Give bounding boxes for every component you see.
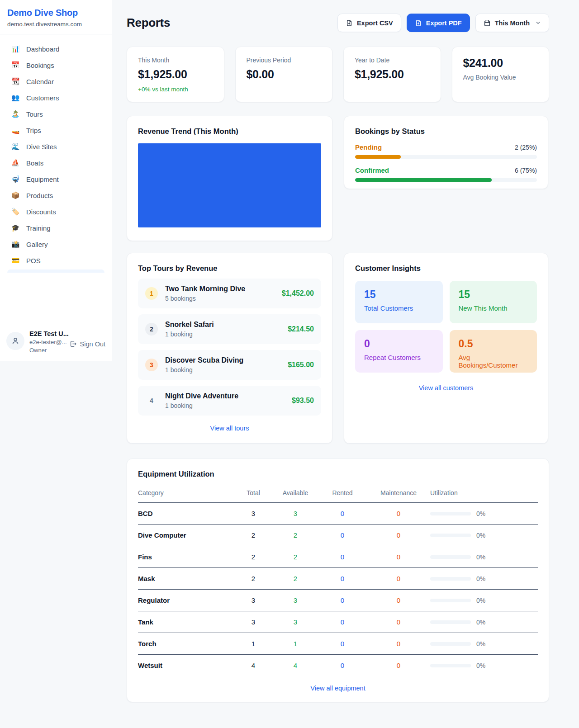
insight-label: New This Month bbox=[459, 304, 528, 312]
utilization-bar bbox=[430, 642, 471, 646]
sidebar-item-training[interactable]: 🎓 Training bbox=[4, 220, 108, 236]
boats-icon: ⛵ bbox=[11, 159, 20, 167]
sidebar-item-bookings[interactable]: 📅 Bookings bbox=[4, 57, 108, 73]
tour-revenue: $165.00 bbox=[288, 361, 314, 369]
sidebar-item-label: Boats bbox=[26, 159, 43, 167]
insight-label: Total Customers bbox=[364, 304, 434, 312]
sidebar-item-products[interactable]: 📦 Products bbox=[4, 187, 108, 203]
utilization-bar bbox=[430, 577, 471, 581]
col-total: Total bbox=[234, 486, 273, 503]
table-row: Regulator 3 3 0 0 0% bbox=[138, 590, 538, 611]
bookings-by-status-title: Bookings by Status bbox=[355, 127, 537, 136]
sidebar-item-label: POS bbox=[26, 257, 41, 265]
equipment-utilization-card: Equipment Utilization Category Total Ava… bbox=[127, 459, 549, 702]
utilization-percent: 0% bbox=[476, 575, 485, 582]
tour-row: 1 Two Tank Morning Dive 5 bookings $1,45… bbox=[138, 279, 321, 308]
export-pdf-button[interactable]: Export PDF bbox=[407, 14, 470, 32]
stat-label: Year to Date bbox=[355, 57, 430, 64]
sidebar-item-reports-partial[interactable] bbox=[7, 269, 104, 273]
stat-value: $1,925.00 bbox=[138, 68, 213, 81]
table-header-row: Category Total Available Rented Maintena… bbox=[138, 486, 538, 503]
tour-row: 3 Discover Scuba Diving 1 booking $165.0… bbox=[138, 350, 321, 380]
sidebar-item-boats[interactable]: ⛵ Boats bbox=[4, 155, 108, 171]
sign-out-label: Sign Out bbox=[80, 340, 105, 348]
sidebar-item-label: Gallery bbox=[26, 241, 48, 248]
header-actions: Export CSV Export PDF This Month bbox=[337, 14, 549, 32]
insight-label: Repeat Customers bbox=[364, 354, 434, 361]
sidebar-item-customers[interactable]: 👥 Customers bbox=[4, 90, 108, 106]
cell-total: 2 bbox=[234, 568, 273, 590]
tour-bookings: 1 booking bbox=[165, 366, 280, 373]
cell-rented: 0 bbox=[318, 590, 367, 611]
view-all-tours-link[interactable]: View all tours bbox=[138, 425, 321, 432]
bookings-by-status-card: Bookings by Status Pending 2 (25%) Confi… bbox=[344, 116, 548, 189]
sidebar-item-discounts[interactable]: 🏷️ Discounts bbox=[4, 203, 108, 220]
sidebar: Demo Dive Shop demo.test.divestreams.com… bbox=[0, 0, 112, 361]
utilization-percent: 0% bbox=[476, 597, 485, 604]
utilization-bar bbox=[430, 664, 471, 667]
sign-out-button[interactable]: Sign Out bbox=[69, 340, 105, 348]
sidebar-item-pos[interactable]: 💳 POS bbox=[4, 252, 108, 269]
training-icon: 🎓 bbox=[11, 224, 20, 232]
insight-value: 0.5 bbox=[459, 338, 528, 350]
export-pdf-label: Export PDF bbox=[426, 19, 462, 27]
stat-delta: +0% vs last month bbox=[138, 86, 213, 93]
sidebar-item-gallery[interactable]: 📸 Gallery bbox=[4, 236, 108, 252]
table-row: Torch 1 1 0 0 0% bbox=[138, 633, 538, 655]
cell-total: 2 bbox=[234, 525, 273, 546]
sidebar-item-label: Dive Sites bbox=[26, 143, 57, 151]
tour-revenue: $93.50 bbox=[292, 397, 314, 405]
utilization-bar bbox=[430, 620, 471, 624]
utilization-percent: 0% bbox=[476, 640, 485, 648]
status-row-pending: Pending 2 (25%) bbox=[355, 143, 537, 159]
stat-card-year-to-date: Year to Date $1,925.00 bbox=[343, 47, 441, 102]
insight-value: 15 bbox=[459, 288, 528, 301]
main-content: Reports Export CSV Export PDF This Month bbox=[112, 0, 579, 713]
table-row: Fins 2 2 0 0 0% bbox=[138, 546, 538, 568]
sidebar-item-calendar[interactable]: 📆 Calendar bbox=[4, 73, 108, 90]
sidebar-item-equipment[interactable]: 🤿 Equipment bbox=[4, 171, 108, 187]
sidebar-item-label: Dashboard bbox=[26, 45, 59, 53]
discounts-icon: 🏷️ bbox=[11, 208, 20, 216]
cell-rented: 0 bbox=[318, 611, 367, 633]
rank-badge: 3 bbox=[145, 359, 158, 371]
cell-rented: 0 bbox=[318, 546, 367, 568]
cell-available: 3 bbox=[273, 503, 318, 525]
sidebar-item-label: Calendar bbox=[26, 78, 54, 85]
cell-category: Mask bbox=[138, 568, 234, 590]
table-row: Dive Computer 2 2 0 0 0% bbox=[138, 525, 538, 546]
cell-maintenance: 0 bbox=[367, 525, 430, 546]
trips-icon: 🚤 bbox=[11, 126, 20, 134]
stat-card-previous-period: Previous Period $0.00 bbox=[235, 47, 333, 102]
export-csv-button[interactable]: Export CSV bbox=[337, 14, 401, 32]
cell-maintenance: 0 bbox=[367, 590, 430, 611]
customer-insights-card: Customer Insights 15 Total Customers 15 … bbox=[344, 253, 548, 444]
insight-tile-new-this-month: 15 New This Month bbox=[450, 281, 537, 323]
status-progress-fill bbox=[355, 155, 401, 159]
period-dropdown[interactable]: This Month bbox=[475, 14, 549, 32]
stat-card-this-month: This Month $1,925.00 +0% vs last month bbox=[127, 47, 224, 102]
view-all-equipment-link[interactable]: View all equipment bbox=[138, 685, 538, 692]
sidebar-item-trips[interactable]: 🚤 Trips bbox=[4, 122, 108, 138]
insight-tiles: 15 Total Customers 15 New This Month 0 R… bbox=[355, 281, 537, 373]
col-utilization: Utilization bbox=[430, 486, 538, 503]
shop-name: Demo Dive Shop bbox=[7, 8, 104, 18]
period-label: This Month bbox=[495, 19, 530, 27]
cell-category: Torch bbox=[138, 633, 234, 655]
top-tours-card: Top Tours by Revenue 1 Two Tank Morning … bbox=[127, 253, 332, 444]
sidebar-item-label: Bookings bbox=[26, 61, 54, 69]
user-email: e2e-tester@... bbox=[29, 339, 64, 345]
sidebar-item-tours[interactable]: 🏝️ Tours bbox=[4, 106, 108, 122]
cell-available: 2 bbox=[273, 525, 318, 546]
col-maintenance: Maintenance bbox=[367, 486, 430, 503]
sidebar-item-dashboard[interactable]: 📊 Dashboard bbox=[4, 41, 108, 57]
tour-name: Two Tank Morning Dive bbox=[165, 285, 275, 293]
utilization-bar bbox=[430, 555, 471, 559]
cell-category: Dive Computer bbox=[138, 525, 234, 546]
customer-insights-title: Customer Insights bbox=[355, 264, 537, 273]
calendar-icon: 📆 bbox=[11, 77, 20, 85]
table-row: Wetsuit 4 4 0 0 0% bbox=[138, 655, 538, 676]
cell-maintenance: 0 bbox=[367, 633, 430, 655]
view-all-customers-link[interactable]: View all customers bbox=[355, 384, 537, 392]
sidebar-item-dive-sites[interactable]: 🌊 Dive Sites bbox=[4, 138, 108, 155]
